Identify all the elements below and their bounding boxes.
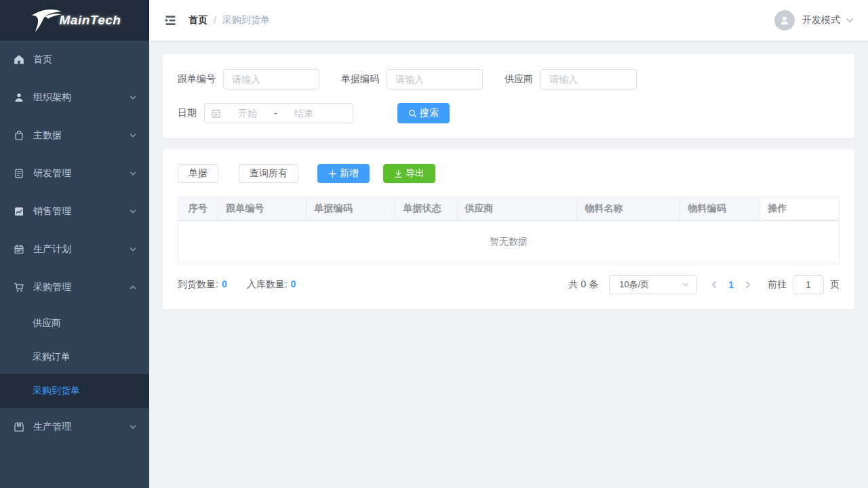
- chevron-down-icon: [129, 207, 137, 216]
- summary: 到货数量:0 入库数量:0: [178, 279, 296, 291]
- sidebar-item-procurement[interactable]: 采购管理: [0, 268, 149, 306]
- supplier-label: 供应商: [505, 73, 533, 85]
- user-mode-label: 开发模式: [802, 14, 840, 26]
- chevron-down-icon: [129, 245, 137, 253]
- breadcrumb-home-link[interactable]: 首页: [189, 14, 208, 26]
- search-button[interactable]: 搜索: [397, 103, 450, 123]
- date-end-input[interactable]: [277, 108, 330, 119]
- order-no-label: 跟单编号: [178, 73, 216, 85]
- sidebar-item-master-data[interactable]: 主数据: [0, 117, 149, 155]
- col-actions: 操作: [760, 198, 839, 220]
- export-button[interactable]: 导出: [383, 164, 435, 183]
- sidebar-item-rd-management[interactable]: 研发管理: [0, 155, 149, 192]
- sidebar-item-sales-management[interactable]: 销售管理: [0, 192, 149, 230]
- filter-field-supplier: 供应商: [505, 69, 637, 89]
- filter-field-doc-code: 单据编码: [341, 69, 483, 89]
- sidebar-item-organization[interactable]: 组织架构: [0, 79, 149, 117]
- filter-card: 跟单编号 单据编码 供应商 日期: [163, 54, 854, 138]
- empty-placeholder: 暂无数据: [178, 220, 839, 264]
- page-size-select[interactable]: 10条/页: [609, 275, 697, 294]
- chevron-up-icon: [129, 283, 137, 291]
- goto-label: 前往: [768, 279, 787, 291]
- chevron-down-icon: [682, 281, 690, 289]
- query-all-button[interactable]: 查询所有: [239, 164, 298, 183]
- sidebar-subitem-purchase-arrival[interactable]: 采购到货单: [0, 374, 149, 408]
- user-icon: [14, 92, 24, 103]
- arrival-qty-value: 0: [222, 279, 227, 289]
- breadcrumb: 首页 / 采购到货单: [189, 14, 270, 26]
- brand-name: MainTech: [60, 13, 121, 28]
- app-window: MainTech 首页 组织架构 主数据 研发管理: [0, 0, 868, 488]
- chevron-down-icon: [129, 169, 137, 178]
- doc-button[interactable]: 单据: [178, 164, 218, 183]
- col-order-no: 跟单编号: [218, 198, 306, 220]
- date-label: 日期: [178, 107, 197, 119]
- table-header-row: 序号 跟单编号 单据编码 单据状态 供应商 物料名称 物料编码 操作: [178, 198, 839, 220]
- sidebar-subitem-purchase-order[interactable]: 采购订单: [0, 340, 149, 374]
- bag-icon: [14, 130, 24, 141]
- brand-swoosh-icon: [28, 7, 64, 34]
- filter-field-date: 日期 -: [178, 103, 353, 123]
- breadcrumb-current: 采购到货单: [222, 14, 270, 26]
- toolbar: 单据 查询所有 新增 导出: [178, 164, 840, 183]
- sidebar-fold-icon[interactable]: [163, 13, 178, 28]
- package-icon: [14, 422, 24, 432]
- top-header: 首页 / 采购到货单 开发模式: [149, 0, 868, 41]
- sidebar: MainTech 首页 组织架构 主数据 研发管理: [0, 0, 149, 488]
- pagination: 共 0 条 10条/页 1 前往 页: [569, 275, 840, 294]
- total-count: 共 0 条: [569, 279, 599, 291]
- calendar-icon: [211, 108, 221, 119]
- date-start-input[interactable]: [221, 108, 274, 119]
- sidebar-menu: 首页 组织架构 主数据 研发管理 销售管理: [0, 41, 149, 488]
- empty-row: 暂无数据: [178, 220, 839, 264]
- content-area: 跟单编号 单据编码 供应商 日期: [149, 41, 868, 488]
- add-button[interactable]: 新增: [317, 164, 370, 183]
- col-material-name: 物料名称: [576, 198, 679, 220]
- cart-icon: [14, 282, 24, 293]
- supplier-input[interactable]: [540, 69, 637, 89]
- page-number-1[interactable]: 1: [728, 279, 734, 290]
- page-unit-label: 页: [830, 279, 840, 291]
- sidebar-subitem-supplier[interactable]: 供应商: [0, 306, 149, 340]
- order-no-input[interactable]: [223, 69, 319, 89]
- chart-icon: [14, 206, 24, 217]
- sidebar-item-production-management[interactable]: 生产管理: [0, 408, 149, 446]
- table-footer: 到货数量:0 入库数量:0 共 0 条 10条/页 1: [178, 275, 840, 294]
- chevron-down-icon: [129, 423, 137, 431]
- calendar-icon: [14, 244, 24, 255]
- col-material-code: 物料编码: [679, 198, 760, 220]
- col-index: 序号: [178, 198, 218, 220]
- plus-icon: [328, 169, 337, 178]
- chevron-down-icon: [129, 131, 137, 140]
- col-supplier: 供应商: [456, 198, 576, 220]
- chevron-down-icon: [845, 16, 854, 25]
- col-doc-status: 单据状态: [395, 198, 456, 220]
- col-doc-code: 单据编码: [306, 198, 395, 220]
- doc-code-label: 单据编码: [341, 73, 379, 85]
- document-icon: [14, 168, 24, 179]
- user-menu[interactable]: 开发模式: [774, 10, 854, 30]
- arrival-qty: 到货数量:0: [178, 279, 227, 291]
- prev-page-button[interactable]: [709, 280, 719, 289]
- table-card: 单据 查询所有 新增 导出: [163, 149, 854, 309]
- inbound-qty: 入库数量:0: [247, 279, 296, 291]
- sidebar-item-home[interactable]: 首页: [0, 41, 149, 79]
- home-icon: [14, 54, 24, 65]
- next-page-button[interactable]: [743, 280, 753, 289]
- chevron-down-icon: [129, 94, 137, 102]
- date-range-picker[interactable]: -: [204, 103, 353, 123]
- data-table: 序号 跟单编号 单据编码 单据状态 供应商 物料名称 物料编码 操作: [178, 197, 840, 264]
- brand-logo: MainTech: [0, 0, 149, 41]
- goto-page-input[interactable]: [793, 275, 824, 294]
- filter-field-order-no: 跟单编号: [178, 69, 319, 89]
- sidebar-item-production-plan[interactable]: 生产计划: [0, 230, 149, 268]
- user-avatar-icon: [774, 10, 795, 30]
- breadcrumb-separator: /: [214, 15, 216, 26]
- inbound-qty-value: 0: [291, 279, 296, 289]
- download-icon: [394, 169, 403, 178]
- search-icon: [408, 109, 417, 118]
- doc-code-input[interactable]: [387, 69, 483, 89]
